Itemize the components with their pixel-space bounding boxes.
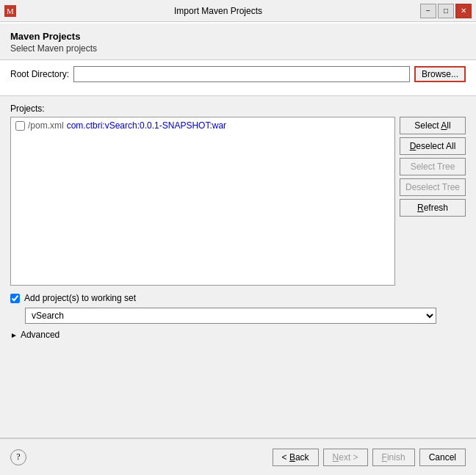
project-item: /pom.xml com.ctbri:vSearch:0.0.1-SNAPSHO… [12,119,393,132]
projects-area: /pom.xml com.ctbri:vSearch:0.0.1-SNAPSHO… [10,117,466,286]
maximize-button[interactable]: □ [438,4,454,18]
next-button[interactable]: Next > [323,449,368,466]
side-buttons: Select All Deselect All Select Tree Dese… [400,117,466,286]
minimize-button[interactable]: − [420,4,436,18]
working-set-select[interactable]: vSearch [25,308,436,324]
close-button[interactable]: ✕ [455,4,472,18]
root-dir-input[interactable] [73,66,410,82]
svg-text:M: M [7,7,14,15]
projects-list[interactable]: /pom.xml com.ctbri:vSearch:0.0.1-SNAPSHO… [10,117,395,286]
projects-label: Projects: [10,104,466,114]
working-set-dropdown-row: vSearch [25,308,466,324]
project-coordinate: com.ctbri:vSearch:0.0.1-SNAPSHOT:war [67,120,226,131]
back-button[interactable]: < Back [273,449,319,466]
cancel-button[interactable]: Cancel [419,449,466,466]
project-pom: /pom.xml [28,120,64,131]
root-directory-row: Root Directory: Browse... [10,66,466,82]
finish-button[interactable]: Finish [372,449,415,466]
working-set-row: Add project(s) to working set [10,293,466,303]
bottom-left: ? [10,449,26,465]
help-button[interactable]: ? [10,449,26,465]
section-subtitle: Select Maven projects [10,43,466,54]
advanced-row[interactable]: ► Advanced [10,330,466,340]
window-controls: − □ ✕ [420,4,472,18]
titlebar: M Import Maven Projects − □ ✕ [0,0,476,22]
working-set-label: Add project(s) to working set [24,293,136,303]
section-title: Maven Projects [10,31,466,42]
app-icon: M [4,5,16,17]
window-title: Import Maven Projects [16,6,420,16]
deselect-all-button[interactable]: Deselect All [400,137,466,155]
browse-button[interactable]: Browse... [414,66,466,82]
deselect-tree-button[interactable]: Deselect Tree [400,178,466,196]
select-all-button[interactable]: Select All [400,117,466,134]
working-set-checkbox[interactable] [10,294,20,303]
bottom-bar: ? < Back Next > Finish Cancel [0,438,476,475]
dialog-body: Maven Projects Select Maven projects Roo… [0,23,476,355]
bottom-right: < Back Next > Finish Cancel [273,449,466,466]
root-dir-label: Root Directory: [10,69,69,79]
refresh-button[interactable]: Refresh [400,199,466,217]
advanced-arrow-icon: ► [10,331,18,339]
advanced-label: Advanced [21,330,60,340]
select-tree-button[interactable]: Select Tree [400,158,466,175]
project-checkbox[interactable] [15,121,25,131]
